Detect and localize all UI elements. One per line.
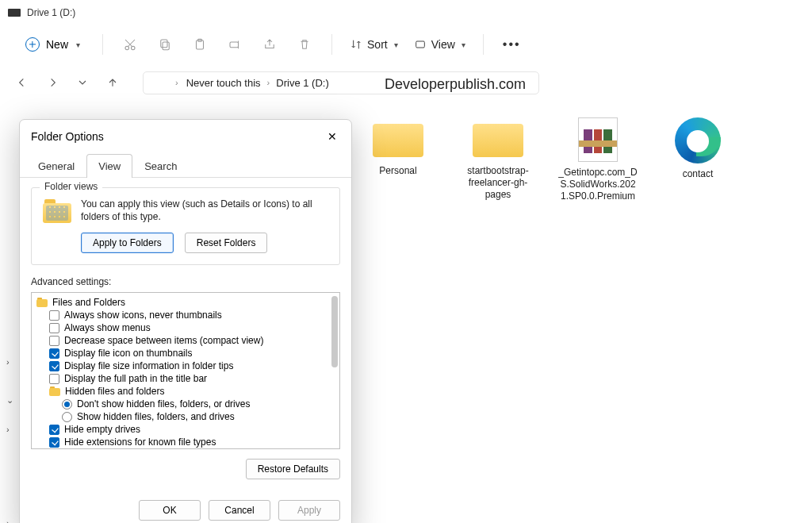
option-file-icon-thumb[interactable]: Display file icon on thumbnails bbox=[35, 347, 335, 360]
share-button[interactable] bbox=[254, 30, 285, 59]
rar-icon bbox=[578, 117, 618, 162]
dialog-titlebar: Folder Options ✕ bbox=[20, 120, 351, 153]
svg-point-1 bbox=[132, 46, 136, 50]
apply-button[interactable]: Apply bbox=[278, 500, 340, 521]
back-button[interactable] bbox=[14, 75, 30, 90]
advanced-settings-list[interactable]: Files and Folders Always show icons, nev… bbox=[31, 292, 340, 449]
option-always-icons[interactable]: Always show icons, never thumbnails bbox=[35, 309, 335, 321]
tab-search[interactable]: Search bbox=[132, 154, 189, 178]
option-label: Hide empty drives bbox=[64, 424, 140, 435]
chevron-right-icon[interactable]: › bbox=[6, 357, 13, 367]
chevron-down-icon: ▾ bbox=[76, 40, 80, 49]
rename-button[interactable] bbox=[219, 30, 251, 59]
dialog-title: Folder Options bbox=[31, 130, 104, 143]
plus-icon bbox=[25, 37, 40, 52]
ok-button[interactable]: OK bbox=[139, 500, 201, 521]
item-label: startbootstrap-freelancer-gh-pages bbox=[458, 165, 538, 201]
scrollbar-thumb[interactable] bbox=[331, 296, 338, 367]
shortcut-item[interactable]: contact bbox=[658, 117, 737, 202]
cancel-button[interactable]: Cancel bbox=[209, 500, 270, 521]
drive-icon bbox=[8, 9, 21, 17]
checkbox-icon[interactable] bbox=[49, 437, 59, 448]
edge-icon bbox=[675, 117, 721, 163]
option-always-menus[interactable]: Always show menus bbox=[35, 321, 335, 334]
radio-dont-show-hidden[interactable]: Don't show hidden files, folders, or dri… bbox=[35, 398, 335, 410]
close-button[interactable]: ✕ bbox=[324, 128, 340, 145]
dialog-tabs: General View Search bbox=[20, 153, 351, 177]
checkbox-icon[interactable] bbox=[49, 323, 59, 333]
item-label: Personal bbox=[358, 165, 438, 177]
folder-icon bbox=[36, 298, 48, 307]
up-button[interactable] bbox=[105, 75, 121, 90]
breadcrumb-part[interactable]: Drive 1 (D:) bbox=[276, 77, 328, 89]
new-button[interactable]: New ▾ bbox=[14, 33, 91, 56]
reset-folders-button[interactable]: Reset Folders bbox=[185, 233, 268, 253]
checkbox-icon[interactable] bbox=[49, 336, 59, 346]
folder-icon bbox=[49, 386, 60, 396]
option-hide-merge-conflicts[interactable]: Hide folder merge conflicts bbox=[35, 448, 335, 449]
radio-icon[interactable] bbox=[62, 412, 72, 422]
tree-label: Files and Folders bbox=[52, 297, 125, 308]
watermark: Developerpublish.com bbox=[385, 76, 526, 93]
chevron-right-icon: › bbox=[175, 78, 178, 87]
cut-button[interactable] bbox=[114, 30, 146, 59]
separator bbox=[102, 34, 103, 55]
tab-general[interactable]: General bbox=[26, 154, 86, 178]
checkbox-icon[interactable] bbox=[49, 374, 59, 384]
folder-item[interactable]: startbootstrap-freelancer-gh-pages bbox=[458, 117, 538, 202]
option-hide-extensions[interactable]: Hide extensions for known file types bbox=[35, 436, 335, 448]
item-label: contact bbox=[658, 168, 737, 180]
chevron-right-icon[interactable]: › bbox=[6, 425, 13, 434]
separator bbox=[331, 34, 332, 55]
copy-button[interactable] bbox=[149, 30, 181, 59]
group-legend: Folder views bbox=[40, 181, 102, 192]
checkbox-icon[interactable] bbox=[49, 361, 59, 371]
item-label: _Getintopc.com_DS.SolidWorks.2021.SP0.0.… bbox=[558, 167, 638, 202]
chevron-right-icon[interactable]: › bbox=[6, 518, 13, 523]
radio-show-hidden[interactable]: Show hidden files, folders, and drives bbox=[35, 410, 335, 423]
delete-button[interactable] bbox=[289, 30, 320, 59]
chevron-down-icon[interactable]: ⌄ bbox=[6, 395, 13, 406]
option-label: Don't show hidden files, folders, or dri… bbox=[77, 398, 250, 410]
paste-button[interactable] bbox=[184, 30, 216, 59]
folder-item[interactable]: Personal bbox=[358, 117, 438, 202]
archive-item[interactable]: _Getintopc.com_DS.SolidWorks.2021.SP0.0.… bbox=[558, 117, 638, 202]
option-label: Decrease space between items (compact vi… bbox=[64, 335, 263, 346]
sort-button[interactable]: Sort ▾ bbox=[343, 33, 404, 56]
view-label: View bbox=[431, 38, 455, 51]
folder-views-icon bbox=[43, 199, 71, 223]
folder-icon bbox=[373, 117, 423, 157]
restore-defaults-button[interactable]: Restore Defaults bbox=[246, 459, 340, 479]
more-button[interactable]: ••• bbox=[495, 37, 529, 52]
option-label: Show hidden files, folders, and drives bbox=[77, 411, 235, 422]
checkbox-icon[interactable] bbox=[49, 310, 59, 321]
checkbox-icon[interactable] bbox=[49, 425, 59, 435]
option-label: Hide extensions for known file types bbox=[64, 436, 216, 448]
forward-button[interactable] bbox=[44, 75, 60, 90]
chevron-down-icon: ▾ bbox=[462, 40, 465, 49]
svg-rect-2 bbox=[163, 42, 169, 50]
dialog-footer: OK Cancel Apply bbox=[20, 490, 351, 523]
option-file-size-tips[interactable]: Display file size information in folder … bbox=[35, 360, 335, 372]
option-label: Display file icon on thumbnails bbox=[64, 348, 192, 359]
svg-rect-6 bbox=[230, 42, 239, 48]
svg-rect-3 bbox=[161, 40, 167, 48]
option-hide-empty-drives[interactable]: Hide empty drives bbox=[35, 423, 335, 436]
radio-icon[interactable] bbox=[62, 399, 72, 410]
sort-label: Sort bbox=[367, 38, 388, 51]
breadcrumb-part[interactable]: Never touch this bbox=[186, 77, 261, 89]
tab-view[interactable]: View bbox=[86, 154, 132, 178]
view-button[interactable]: View ▾ bbox=[408, 33, 472, 56]
folder-views-description: You can apply this view (such as Details… bbox=[81, 198, 328, 223]
svg-point-0 bbox=[125, 46, 129, 50]
option-full-path-title[interactable]: Display the full path in the title bar bbox=[35, 372, 335, 385]
tree-group: Files and Folders bbox=[35, 296, 335, 309]
option-label: Always show menus bbox=[64, 322, 151, 333]
recent-button[interactable] bbox=[75, 75, 90, 90]
option-compact-view[interactable]: Decrease space between items (compact vi… bbox=[35, 334, 335, 347]
checkbox-icon[interactable] bbox=[49, 348, 59, 359]
apply-to-folders-button[interactable]: Apply to Folders bbox=[81, 233, 174, 253]
advanced-settings-label: Advanced settings: bbox=[31, 276, 340, 287]
option-label: Always show icons, never thumbnails bbox=[64, 310, 222, 321]
titlebar: Drive 1 (D:) bbox=[0, 0, 812, 25]
